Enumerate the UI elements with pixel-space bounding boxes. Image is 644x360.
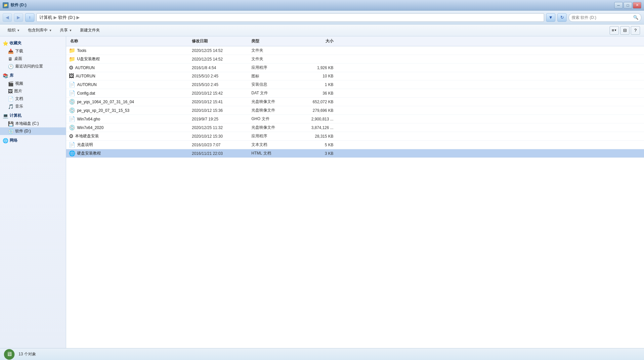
file-type-icon: 📁 (69, 56, 75, 62)
table-row[interactable]: ⚙ AUTORUN 2016/1/8 4:54 应用程序 1,926 KB (66, 64, 644, 72)
details-pane-button[interactable]: ⊟ (620, 26, 629, 35)
minimize-button[interactable]: ─ (614, 2, 623, 9)
address-path[interactable]: 计算机 ▶ 软件 (D:) ▶ (36, 13, 544, 22)
include-library-label: 包含到库中 (28, 27, 48, 33)
recent-label: 最近访问的位置 (15, 64, 43, 69)
file-date-cell: 2020/10/12 15:42 (192, 91, 251, 96)
maximize-button[interactable]: □ (623, 2, 632, 9)
file-type-cell: 安装信息 (251, 82, 294, 87)
table-row[interactable]: 📄 Win7x64.gho 2019/9/7 19:25 GHO 文件 2,90… (66, 115, 644, 123)
file-type-cell: 应用程序 (251, 133, 294, 139)
file-size-cell: 28,315 KB (294, 134, 337, 139)
forward-button[interactable]: ▶ (14, 13, 23, 22)
file-date-cell: 2016/11/21 22:03 (192, 151, 251, 156)
close-button[interactable]: ✕ (633, 2, 641, 9)
sidebar-item-videos[interactable]: 🎬 视频 (0, 80, 66, 87)
back-button[interactable]: ◀ (3, 13, 12, 22)
file-size-cell: 10 KB (294, 74, 337, 78)
search-input[interactable] (572, 15, 632, 20)
file-name: Win7x64.gho (77, 117, 100, 121)
sidebar-item-ddrive[interactable]: 💿 软件 (D:) (0, 127, 66, 135)
view-options-button[interactable]: ≡▼ (610, 26, 619, 35)
sidebar-library-title[interactable]: 📚 库 (0, 71, 66, 80)
file-name-cell: 🌐 硬盘安装教程 (66, 150, 192, 157)
sidebar-section-computer: 💻 计算机 💾 本地磁盘 (C:) 💿 软件 (D:) (0, 112, 66, 135)
ddrive-label: 软件 (D:) (15, 128, 31, 134)
sidebar-item-desktop[interactable]: 🖥 桌面 (0, 55, 66, 63)
desktop-label: 桌面 (14, 56, 22, 62)
file-name: 光盘说明 (77, 142, 93, 148)
search-box[interactable]: 🔍 (569, 13, 641, 22)
network-label: 网络 (10, 138, 18, 143)
sidebar-item-downloads[interactable]: 📥 下载 (0, 47, 66, 55)
sidebar-item-music[interactable]: 🎵 音乐 (0, 103, 66, 110)
column-header-name[interactable]: 名称 (66, 38, 192, 44)
pictures-label: 图片 (14, 88, 22, 94)
file-size-cell: 2,900,813 ... (294, 117, 337, 121)
cdrive-label: 本地磁盘 (C:) (15, 121, 39, 126)
search-icon: 🔍 (633, 15, 638, 20)
ddrive-icon: 💿 (8, 129, 14, 134)
file-type-icon: ⚙ (69, 133, 73, 139)
sidebar-section-library: 📚 库 🎬 视频 🖼 图片 📄 文档 🎵 音乐 (0, 71, 66, 110)
sidebar-item-cdrive[interactable]: 💾 本地磁盘 (C:) (0, 120, 66, 127)
column-header-size[interactable]: 大小 (294, 38, 337, 44)
sidebar-item-pictures[interactable]: 🖼 图片 (0, 87, 66, 95)
file-type-cell: 光盘映像文件 (251, 108, 294, 113)
table-row[interactable]: ⚙ 本地硬盘安装 2020/10/12 15:30 应用程序 28,315 KB (66, 132, 644, 141)
file-date-cell: 2020/12/25 11:32 (192, 125, 251, 130)
column-header-type[interactable]: 类型 (251, 38, 294, 44)
address-dropdown-button[interactable]: ▼ (546, 13, 555, 22)
help-button[interactable]: ? (631, 26, 640, 35)
file-type-icon: 📄 (69, 142, 75, 148)
window-title: 软件 (D:) (11, 2, 26, 8)
table-row[interactable]: 🖼 AUTORUN 2015/5/10 2:45 图标 10 KB (66, 72, 644, 80)
file-date-cell: 2015/5/10 2:45 (192, 82, 251, 87)
file-name: Tools (77, 48, 86, 53)
new-folder-button[interactable]: 新建文件夹 (76, 26, 104, 35)
file-date-cell: 2020/12/25 14:52 (192, 57, 251, 62)
file-type-icon: 💿 (69, 99, 75, 105)
file-type-icon: 📄 (69, 90, 75, 96)
path-segment-computer[interactable]: 计算机 (39, 15, 52, 21)
file-size-cell: 1 KB (294, 82, 337, 87)
file-type-cell: HTML 文档 (251, 151, 294, 156)
sidebar-item-documents[interactable]: 📄 文档 (0, 95, 66, 103)
table-row[interactable]: 📄 光盘说明 2016/10/23 7:07 文本文档 5 KB (66, 141, 644, 149)
file-type-cell: 文本文档 (251, 142, 294, 148)
share-button[interactable]: 共享 ▼ (56, 26, 76, 35)
file-type-cell: 光盘映像文件 (251, 99, 294, 105)
include-library-button[interactable]: 包含到库中 ▼ (24, 26, 56, 35)
table-row[interactable]: 🌐 硬盘安装教程 2016/11/21 22:03 HTML 文档 3 KB (66, 149, 644, 158)
file-name: Win7x64_2020 (77, 125, 104, 130)
desktop-icon: 🖥 (8, 56, 13, 62)
table-row[interactable]: 💿 Win7x64_2020 2020/12/25 11:32 光盘映像文件 3… (66, 123, 644, 132)
music-icon: 🎵 (8, 104, 14, 109)
sidebar-item-recent[interactable]: 🕐 最近访问的位置 (0, 63, 66, 70)
sidebar-favorites-title[interactable]: ⭐ 收藏夹 (0, 39, 66, 47)
organize-button[interactable]: 组织 ▼ (4, 26, 23, 35)
up-button[interactable]: ↑ (25, 13, 34, 22)
file-name: AUTORUN (77, 82, 97, 87)
path-segment-drive[interactable]: 软件 (D:) (58, 15, 75, 21)
table-row[interactable]: 📄 AUTORUN 2015/5/10 2:45 安装信息 1 KB (66, 80, 644, 89)
column-header-date[interactable]: 修改日期 (192, 38, 251, 44)
main-layout: ⭐ 收藏夹 📥 下载 🖥 桌面 🕐 最近访问的位置 📚 库 (0, 36, 644, 348)
table-row[interactable]: 📁 U盘安装教程 2020/12/25 14:52 文件夹 (66, 55, 644, 64)
file-list: 📁 Tools 2020/12/25 14:52 文件夹 📁 U盘安装教程 20… (66, 46, 644, 348)
file-name-cell: ⚙ 本地硬盘安装 (66, 133, 192, 139)
title-bar: 📁 软件 (D:) ─ □ ✕ (0, 0, 644, 11)
file-date-cell: 2016/1/8 4:54 (192, 66, 251, 70)
table-row[interactable]: 💿 pe_yqs_1064_20_07_31_16_04 2020/10/12 … (66, 98, 644, 106)
table-row[interactable]: 📄 Config.dat 2020/10/12 15:42 DAT 文件 36 … (66, 89, 644, 98)
file-type-icon: 📄 (69, 116, 75, 122)
organize-label: 组织 (8, 27, 16, 33)
toolbar: 组织 ▼ 包含到库中 ▼ 共享 ▼ 新建文件夹 ≡▼ ⊟ ? (0, 24, 644, 36)
table-row[interactable]: 💿 pe_yqs_xp_20_07_31_15_53 2020/10/12 15… (66, 106, 644, 115)
sidebar-network-title[interactable]: 🌐 网络 (0, 136, 66, 145)
sidebar-computer-title[interactable]: 💻 计算机 (0, 112, 66, 120)
status-text: 13 个对象 (19, 351, 36, 357)
status-icon-symbol: 🖥 (6, 351, 12, 358)
refresh-button[interactable]: ↻ (557, 13, 567, 22)
table-row[interactable]: 📁 Tools 2020/12/25 14:52 文件夹 (66, 46, 644, 55)
